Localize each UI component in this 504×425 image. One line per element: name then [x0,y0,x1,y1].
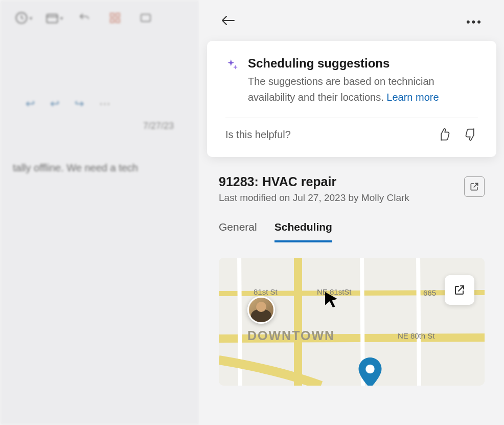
map-view[interactable]: 81st St NE 81stSt 665 NE 80th St DOWNTOW… [219,258,485,386]
map-label-81st: 81st St [254,287,278,296]
email-background-pane: ▾ ▾ ↩ ↩ ↪ ⋯ 7/27/23 tally offline. We ne… [0,0,199,425]
feedback-prompt: Is this helpful? [225,129,291,141]
copilot-side-pane: ••• Scheduling suggestions The suggestio… [199,0,504,425]
thumbs-up-button[interactable] [437,127,451,142]
more-options-button[interactable]: ••• [466,15,483,29]
email-action-row: ↩ ↩ ↪ ⋯ [26,97,189,110]
sparkle-icon [225,58,239,72]
svg-point-8 [365,365,375,374]
forward-icon: ↪ [75,97,84,110]
back-button[interactable] [221,14,235,30]
scheduling-suggestion-card: Scheduling suggestions The suggestions a… [207,41,496,157]
svg-rect-6 [141,14,150,21]
thumbs-down-button[interactable] [464,127,478,142]
feedback-row: Is this helpful? [225,127,478,142]
more-icon: ⋯ [99,97,110,110]
map-open-button[interactable] [445,275,474,305]
svg-rect-4 [110,19,114,23]
cursor-icon [322,290,340,309]
pane-header: ••• [199,0,504,41]
work-order-tabs: General Scheduling [219,221,485,243]
work-order-section: 91283: HVAC repair Last modified on Jul … [199,157,504,243]
svg-rect-2 [110,13,114,17]
map-pin[interactable] [357,357,383,384]
map-label-downtown: DOWNTOWN [247,328,335,343]
work-order-last-modified: Last modified on Jul 27, 2023 by Molly C… [219,192,409,204]
reply-all-icon: ↩ [50,97,59,110]
grid-icon [105,8,125,28]
card-divider [225,118,478,118]
window-icon [135,8,156,28]
map-label-665: 665 [423,288,436,297]
reply-icon: ↩ [26,97,35,110]
work-order-title: 91283: HVAC repair [219,174,409,189]
svg-rect-5 [116,19,120,23]
undo-icon [74,8,95,28]
learn-more-link[interactable]: Learn more [386,92,439,103]
toolbar-blurred: ▾ ▾ [0,0,199,36]
clock-icon: ▾ [13,8,33,28]
email-snippet: tally offline. We need a tech [10,162,189,174]
email-date: 7/27/23 [10,121,189,131]
map-label-ne80: NE 80th St [398,331,435,340]
card-description: The suggestions are based on technician … [248,74,478,105]
svg-rect-1 [47,14,57,23]
tab-general[interactable]: General [219,221,257,242]
technician-avatar[interactable] [247,296,275,324]
card-title: Scheduling suggestions [248,56,478,71]
open-record-button[interactable] [464,176,485,197]
folder-icon: ▾ [43,8,64,28]
svg-rect-3 [116,13,120,17]
tab-scheduling[interactable]: Scheduling [274,221,332,242]
